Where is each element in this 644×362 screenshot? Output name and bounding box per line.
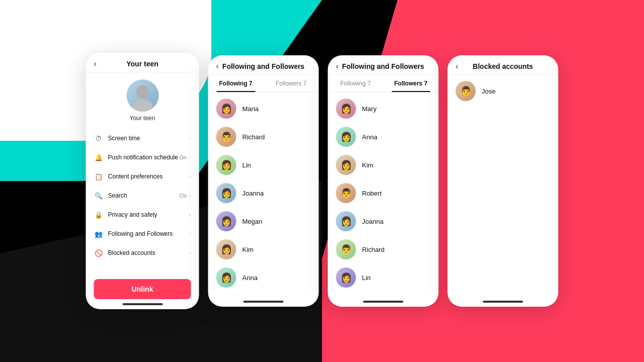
user-item-robert[interactable]: 👨 Robert [328, 179, 439, 207]
user-avatar-richard-2: 👨 [336, 239, 356, 259]
phone3-bar [363, 301, 404, 303]
teen-avatar [126, 79, 158, 112]
user-avatar-jose: 👨 [456, 81, 476, 101]
phone1-bar [122, 303, 163, 305]
user-name-megan: Megan [243, 218, 263, 225]
user-avatar-kim: 👩 [216, 239, 236, 259]
teen-avatar-section: Your teen [86, 72, 199, 127]
privacy-safety-icon: 🔒 [94, 210, 103, 219]
phone3-back-arrow[interactable]: ‹ [336, 62, 339, 71]
user-item-jose[interactable]: 👨 Jose [448, 77, 558, 105]
phone2-back-arrow[interactable]: ‹ [216, 62, 219, 71]
menu-item-following-followers[interactable]: 👥 Following and Followers › [86, 224, 199, 243]
phone3-title: Following and Followers [342, 62, 424, 70]
user-item-lin-2[interactable]: 👩 Lin [328, 263, 439, 292]
user-avatar-maria: 👩 [216, 99, 236, 119]
phone2-bar [244, 301, 284, 303]
phone3-tab-followers[interactable]: Followers 7 [383, 75, 439, 92]
privacy-safety-label: Privacy and safety [108, 211, 189, 218]
user-item-joanna[interactable]: 👩 Joanna [208, 179, 319, 207]
phone-following-active: ‹ Following and Followers Following 7 Fo… [208, 55, 319, 307]
push-notification-icon: 🔔 [94, 153, 103, 162]
user-item-megan[interactable]: 👩 Megan [208, 207, 319, 235]
menu-item-blocked[interactable]: 🚫 Blocked accounts › [86, 243, 199, 262]
search-chevron: › [189, 192, 191, 199]
phone4-title: Blocked accounts [473, 62, 533, 70]
phone-blocked-accounts: ‹ Blocked accounts 👨 Jose [448, 55, 558, 307]
phone2-tab-following[interactable]: Following 7 [208, 75, 264, 92]
phone-your-teen: ‹ Your teen Your teen ⏱ Screen time › 🔔 … [86, 53, 199, 309]
user-item-lin[interactable]: 👩 Lin [208, 151, 319, 179]
phone3-header: ‹ Following and Followers [328, 55, 439, 75]
user-item-richard[interactable]: 👨 Richard [208, 123, 319, 151]
menu-item-search[interactable]: 🔍 Search On › [86, 186, 199, 205]
phone3-user-list: 👩 Mary 👩 Anna 👩 Kim 👨 Robert 👩 Joanna 👨 [328, 93, 439, 307]
phone3-tab-following[interactable]: Following 7 [328, 75, 383, 92]
user-avatar-joanna: 👩 [216, 183, 236, 203]
user-item-anna[interactable]: 👩 Anna [208, 263, 319, 292]
phone2-header: ‹ Following and Followers [208, 55, 319, 75]
user-avatar-richard: 👨 [216, 127, 236, 147]
phone2-user-list: 👩 Maria 👨 Richard 👩 Lin 👩 Joanna 👩 Megan… [208, 93, 319, 307]
search-right: On [180, 193, 187, 199]
user-name-jose: Jose [482, 87, 496, 95]
svg-point-0 [136, 85, 149, 99]
user-avatar-mary: 👩 [336, 99, 356, 119]
phone3-tab-bar: Following 7 Followers 7 [328, 75, 439, 93]
user-avatar-megan: 👩 [216, 211, 236, 231]
following-followers-icon: 👥 [94, 229, 103, 238]
user-item-kim-2[interactable]: 👩 Kim [328, 151, 439, 179]
menu-item-content-pref[interactable]: 📋 Content preferences › [86, 167, 199, 186]
following-followers-label: Following and Followers [108, 230, 189, 237]
user-avatar-joanna-2: 👩 [336, 211, 356, 231]
user-name-lin-2: Lin [362, 274, 371, 282]
menu-item-screen-time[interactable]: ⏱ Screen time › [86, 129, 199, 148]
screen-time-chevron: › [189, 135, 191, 142]
phone2-title: Following and Followers [222, 62, 304, 70]
user-name-kim: Kim [243, 246, 254, 253]
user-name-mary: Mary [362, 105, 377, 113]
phone4-back-arrow[interactable]: ‹ [456, 62, 458, 71]
user-item-richard-2[interactable]: 👨 Richard [328, 235, 439, 263]
user-name-kim-2: Kim [362, 161, 373, 169]
user-item-mary[interactable]: 👩 Mary [328, 95, 439, 123]
screen-time-icon: ⏱ [94, 134, 103, 143]
menu-list: ⏱ Screen time › 🔔 Push notification sche… [86, 127, 199, 274]
phone1-back-arrow[interactable]: ‹ [94, 59, 97, 68]
user-item-kim[interactable]: 👩 Kim [208, 235, 319, 263]
search-label: Search [108, 192, 180, 199]
unlink-button[interactable]: Unlink [94, 279, 191, 299]
user-name-robert: Robert [362, 190, 382, 197]
phones-container: ‹ Your teen Your teen ⏱ Screen time › 🔔 … [86, 53, 558, 309]
blocked-label: Blocked accounts [108, 249, 189, 256]
phone4-user-list: 👨 Jose [448, 75, 558, 307]
push-notification-chevron: › [189, 154, 191, 161]
blocked-icon: 🚫 [94, 248, 103, 257]
phone2-tab-followers[interactable]: Followers 7 [264, 75, 319, 92]
user-item-joanna-2[interactable]: 👩 Joanna [328, 207, 439, 235]
user-name-anna: Anna [243, 274, 258, 282]
push-notification-label: Push notification schedule [108, 154, 180, 161]
user-name-richard: Richard [243, 133, 265, 141]
user-avatar-lin-2: 👩 [336, 267, 356, 288]
menu-item-push-notification[interactable]: 🔔 Push notification schedule On › [86, 148, 199, 167]
search-icon: 🔍 [94, 191, 103, 200]
content-pref-icon: 📋 [94, 172, 103, 181]
user-avatar-anna-2: 👩 [336, 127, 356, 147]
phone4-header: ‹ Blocked accounts [448, 55, 558, 75]
menu-item-privacy-safety[interactable]: 🔒 Privacy and safety › [86, 205, 199, 224]
user-name-richard-2: Richard [362, 246, 385, 253]
user-name-maria: Maria [243, 105, 259, 113]
user-name-joanna: Joanna [243, 190, 264, 197]
content-pref-chevron: › [189, 173, 191, 180]
user-name-lin: Lin [243, 161, 251, 169]
screen-time-label: Screen time [108, 135, 189, 142]
user-item-anna-2[interactable]: 👩 Anna [328, 123, 439, 151]
blocked-chevron: › [189, 249, 191, 256]
phone1-header: ‹ Your teen [86, 53, 199, 72]
user-item-maria[interactable]: 👩 Maria [208, 95, 319, 123]
phone-followers-active: ‹ Following and Followers Following 7 Fo… [328, 55, 439, 307]
phone4-bar [483, 301, 523, 303]
user-avatar-anna: 👩 [216, 267, 236, 288]
user-avatar-kim-2: 👩 [336, 155, 356, 175]
